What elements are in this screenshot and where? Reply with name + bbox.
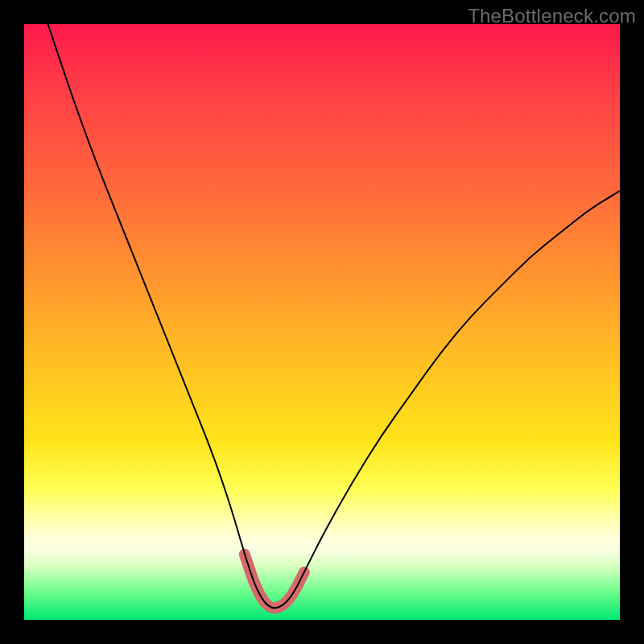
curve-layer [24, 24, 620, 620]
bottleneck-curve [48, 24, 620, 608]
chart-frame: TheBottleneck.com [0, 0, 644, 644]
plot-area [24, 24, 620, 620]
watermark-text: TheBottleneck.com [468, 5, 636, 27]
